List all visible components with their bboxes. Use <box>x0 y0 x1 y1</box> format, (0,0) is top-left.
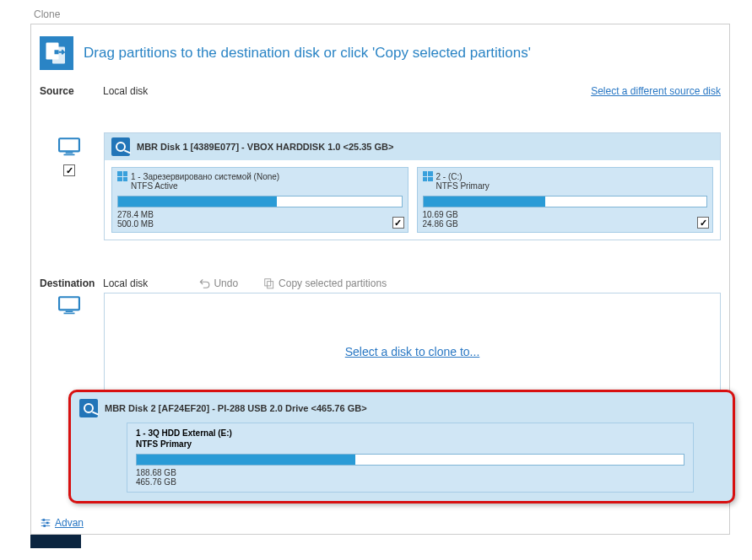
popup-disk-header: MBR Disk 2 [AF24EF20] - PI-288 USB 2.0 D… <box>76 397 728 423</box>
destination-left-column <box>40 296 99 315</box>
usage-bar <box>136 454 684 466</box>
windows-icon <box>423 171 433 181</box>
header: Drag partitions to the destination disk … <box>31 24 729 82</box>
partition-card[interactable]: 1 - 3Q HDD External (E:) NTFS Primary 18… <box>127 423 694 493</box>
svg-rect-5 <box>64 154 75 156</box>
source-disk-panel: MBR Disk 1 [4389E077] - VBOX HARDDISK 1.… <box>104 132 721 240</box>
undo-button[interactable]: Undo <box>198 277 238 289</box>
monitor-icon <box>58 296 80 315</box>
source-disk-title: MBR Disk 1 [4389E077] - VBOX HARDDISK 1.… <box>137 142 393 152</box>
drive-icon <box>111 137 130 156</box>
svg-rect-16 <box>43 525 46 527</box>
partition-checkbox[interactable] <box>697 217 709 229</box>
select-clone-target-link[interactable]: Select a disk to clone to... <box>345 345 480 358</box>
destination-label: Destination <box>40 277 103 289</box>
partition-checkbox[interactable] <box>392 217 404 229</box>
usage-bar <box>423 196 708 207</box>
partition-name: 1 - 3Q HDD External (E:) <box>136 428 684 438</box>
source-disk-header[interactable]: MBR Disk 1 [4389E077] - VBOX HARDDISK 1.… <box>105 133 720 160</box>
window-title: Clone <box>34 8 60 20</box>
partition-fs: NTFS Primary <box>436 181 708 191</box>
header-title: Drag partitions to the destination disk … <box>84 45 531 62</box>
partition-card[interactable]: 1 - Зарезервировано системой (None) NTFS… <box>111 167 408 233</box>
source-partitions: 1 - Зарезервировано системой (None) NTFS… <box>105 160 720 240</box>
source-disk-checkbox[interactable] <box>63 164 75 176</box>
svg-rect-1 <box>52 47 65 64</box>
destination-value: Local disk <box>103 277 148 289</box>
windows-icon <box>117 171 127 181</box>
svg-rect-3 <box>59 138 79 151</box>
source-value: Local disk <box>103 85 148 97</box>
partition-fs: NTFS Active <box>131 181 403 191</box>
popup-disk-title: MBR Disk 2 [AF24EF20] - PI-288 USB 2.0 D… <box>105 403 367 413</box>
svg-rect-14 <box>43 519 46 521</box>
usage-bar <box>117 196 403 207</box>
partition-card[interactable]: 2 - (C:) NTFS Primary 10.69 GB24.86 GB <box>417 167 714 233</box>
clone-icon <box>40 36 73 70</box>
svg-rect-8 <box>59 297 79 310</box>
partition-sizes: 278.4 MB500.0 MB <box>117 210 403 229</box>
copy-selected-button[interactable]: Copy selected partitions <box>263 277 387 289</box>
partition-sizes: 188.68 GB465.76 GB <box>136 468 684 487</box>
destination-candidate-disk[interactable]: MBR Disk 2 [AF24EF20] - PI-288 USB 2.0 D… <box>68 390 735 503</box>
partition-name: 2 - (C:) <box>436 172 463 181</box>
sliders-icon <box>40 517 51 529</box>
svg-rect-9 <box>66 311 73 313</box>
select-different-source-link[interactable]: Select a different source disk <box>591 85 721 97</box>
source-row: Source Local disk Select a different sou… <box>31 82 729 100</box>
svg-rect-4 <box>66 153 73 154</box>
source-left-column <box>40 137 99 176</box>
svg-rect-6 <box>265 279 271 286</box>
partition-name: 1 - Зарезервировано системой (None) <box>131 172 279 181</box>
svg-rect-2 <box>55 50 59 54</box>
svg-rect-15 <box>46 522 49 525</box>
svg-rect-7 <box>268 282 273 288</box>
drive-icon <box>79 399 98 417</box>
destination-row: Destination Local disk Undo Copy selecte… <box>31 274 729 293</box>
advanced-link[interactable]: Advan <box>40 517 84 529</box>
source-label: Source <box>40 85 103 97</box>
monitor-icon <box>58 137 80 156</box>
partition-fs: NTFS Primary <box>136 439 684 449</box>
svg-rect-10 <box>64 313 75 315</box>
partition-sizes: 10.69 GB24.86 GB <box>423 210 708 229</box>
